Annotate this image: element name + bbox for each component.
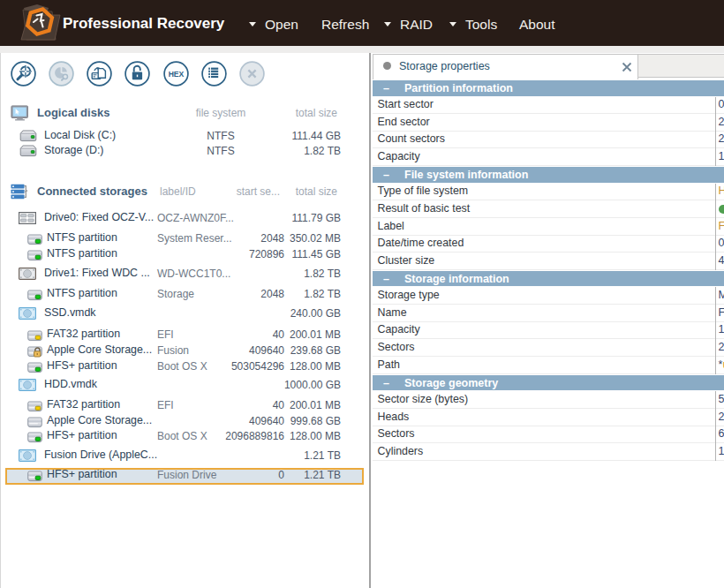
svg-text:HEX: HEX (168, 70, 184, 79)
